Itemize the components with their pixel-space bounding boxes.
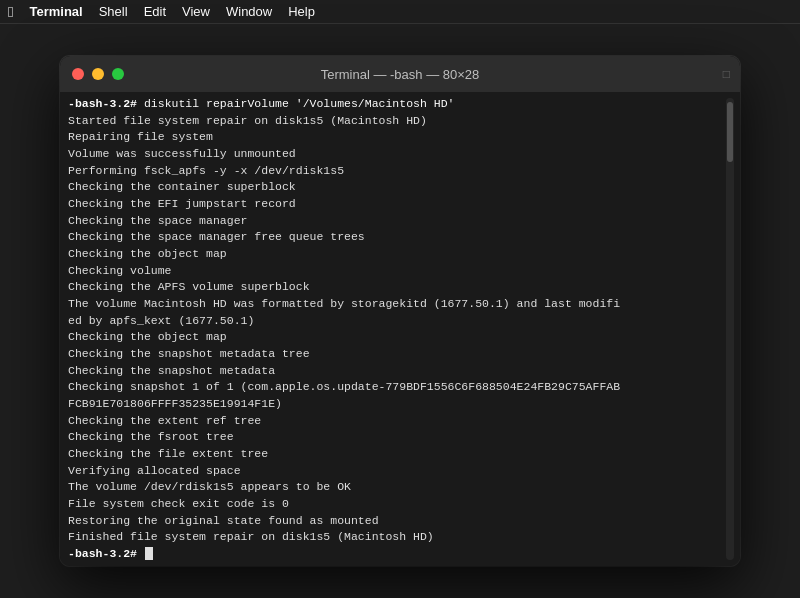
scrollbar-thumb[interactable] (727, 102, 733, 162)
terminal-body[interactable]: -bash-3.2# diskutil repairVolume '/Volum… (60, 92, 740, 566)
close-button[interactable] (72, 68, 84, 80)
apple-menu[interactable]:  (8, 3, 13, 20)
menubar:  Terminal Shell Edit View Window Help (0, 0, 800, 24)
menu-help[interactable]: Help (288, 4, 315, 19)
scrollbar[interactable] (726, 98, 734, 560)
window-resize-icon[interactable]: □ (723, 67, 730, 81)
terminal-output[interactable]: -bash-3.2# diskutil repairVolume '/Volum… (68, 96, 726, 562)
minimize-button[interactable] (92, 68, 104, 80)
cursor (145, 547, 153, 560)
fullscreen-button[interactable] (112, 68, 124, 80)
menu-edit[interactable]: Edit (144, 4, 166, 19)
menu-view[interactable]: View (182, 4, 210, 19)
window-title: Terminal — -bash — 80×28 (321, 67, 480, 82)
menu-terminal[interactable]: Terminal (29, 4, 82, 19)
terminal-window: Terminal — -bash — 80×28 □ -bash-3.2# di… (60, 56, 740, 566)
traffic-lights (72, 68, 124, 80)
title-bar: Terminal — -bash — 80×28 □ (60, 56, 740, 92)
desktop: Terminal — -bash — 80×28 □ -bash-3.2# di… (0, 24, 800, 598)
menu-shell[interactable]: Shell (99, 4, 128, 19)
menu-window[interactable]: Window (226, 4, 272, 19)
